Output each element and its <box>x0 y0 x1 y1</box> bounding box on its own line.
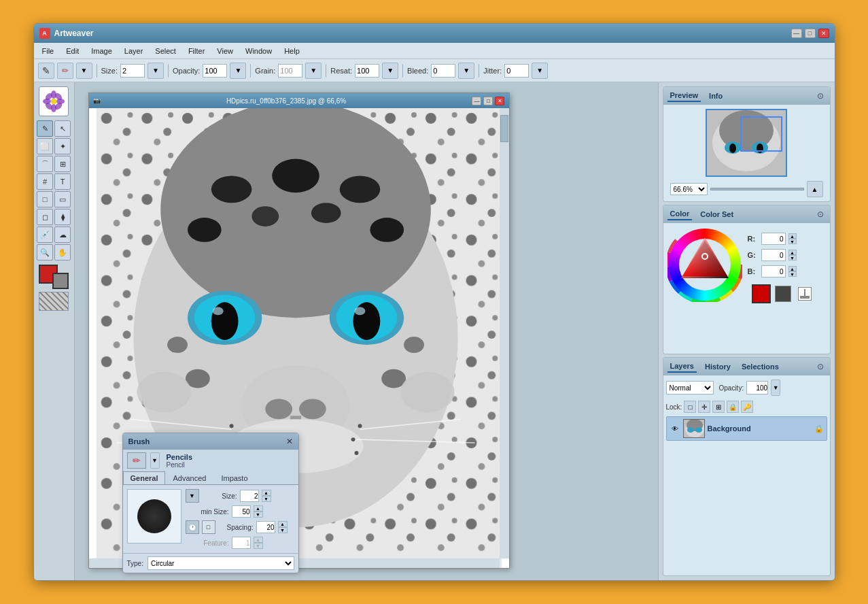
brush-size-input[interactable] <box>240 490 259 502</box>
r-up[interactable]: ▲ <box>788 233 797 239</box>
pencil-tool-btn[interactable]: ✏ <box>57 63 73 79</box>
main-color-swatch[interactable] <box>752 284 771 303</box>
canvas-maximize-btn[interactable]: □ <box>483 97 493 105</box>
menu-view[interactable]: View <box>211 46 239 56</box>
brush-spacing-up[interactable]: ▲ <box>278 521 288 527</box>
maximize-button[interactable]: □ <box>805 29 816 38</box>
smudge-tool[interactable]: ☁ <box>54 227 71 243</box>
shape-tool[interactable]: ▭ <box>54 191 71 207</box>
menu-file[interactable]: File <box>37 46 60 56</box>
texture-swatch[interactable] <box>39 292 69 311</box>
resat-dropdown[interactable]: ▼ <box>382 63 398 79</box>
close-button[interactable]: ✕ <box>818 29 829 38</box>
brush-tool-btn[interactable]: ✎ <box>38 63 54 79</box>
canvas-close-btn[interactable]: ✕ <box>495 97 504 105</box>
preview-panel-menu[interactable]: ⊙ <box>815 90 826 101</box>
history-tab[interactable]: History <box>702 361 733 372</box>
color-picker-btn[interactable] <box>798 287 812 301</box>
rect-select-tool[interactable]: ⬜ <box>37 138 53 154</box>
g-down[interactable]: ▼ <box>788 255 797 261</box>
brush-dropdown-btn[interactable]: ▼ <box>76 63 92 79</box>
layers-panel-menu[interactable]: ⊙ <box>815 361 826 372</box>
grid-tool[interactable]: # <box>37 173 53 190</box>
r-down[interactable]: ▼ <box>788 239 797 244</box>
grain-input[interactable] <box>278 64 302 78</box>
zoom-select[interactable]: 66.6% 100% 50% <box>670 183 708 195</box>
info-tab[interactable]: Info <box>706 90 725 101</box>
brush-tab-advanced[interactable]: Advanced <box>165 471 213 484</box>
hand-tool[interactable]: ✋ <box>54 244 71 261</box>
brush-tool[interactable]: ✎ <box>37 120 53 137</box>
zoom-tool[interactable]: 🔍 <box>37 244 53 261</box>
lock-extra-btn[interactable]: 🔑 <box>741 401 753 413</box>
preview-tab[interactable]: Preview <box>667 90 701 102</box>
g-up[interactable]: ▲ <box>788 250 797 255</box>
magic-wand-tool[interactable]: ✦ <box>54 138 71 154</box>
layer-blend-mode[interactable]: Normal Multiply Screen <box>666 381 714 395</box>
canvas-minimize-btn[interactable]: — <box>472 97 481 105</box>
brush-down-btn[interactable]: ▼ <box>150 452 160 469</box>
bleed-input[interactable] <box>431 64 455 78</box>
size-dropdown[interactable]: ▼ <box>147 63 164 79</box>
preview-settings-btn[interactable]: ▲ <box>807 181 823 197</box>
g-input[interactable] <box>761 249 786 261</box>
layers-tab[interactable]: Layers <box>667 360 697 373</box>
b-down[interactable]: ▼ <box>788 271 797 277</box>
brush-spacing-input[interactable] <box>256 521 275 533</box>
resat-input[interactable] <box>355 64 379 78</box>
color-tab[interactable]: Color <box>667 208 693 220</box>
brush-tab-general[interactable]: General <box>123 471 166 484</box>
zoom-slider[interactable] <box>710 188 804 190</box>
text-tool[interactable]: T <box>54 173 71 190</box>
layer-visibility-toggle[interactable]: 👁 <box>670 423 680 434</box>
canvas-scrollbar-vertical[interactable] <box>500 108 509 558</box>
brush-feature-up[interactable]: ▲ <box>254 537 263 543</box>
menu-layer[interactable]: Layer <box>119 46 149 56</box>
jitter-dropdown[interactable]: ▼ <box>532 63 548 79</box>
brush-icon[interactable]: ✏ <box>127 452 146 469</box>
menu-help[interactable]: Help <box>279 46 305 56</box>
brush-feature-input[interactable] <box>232 537 251 549</box>
lock-move-btn[interactable]: ✛ <box>698 401 710 413</box>
grain-dropdown[interactable]: ▼ <box>305 63 322 79</box>
menu-filter[interactable]: Filter <box>183 46 210 56</box>
fill-tool[interactable]: ⧫ <box>54 209 71 225</box>
color-set-tab[interactable]: Color Set <box>697 209 736 220</box>
brush-size-up[interactable]: ▲ <box>262 490 271 496</box>
rect-tool[interactable]: □ <box>37 191 53 207</box>
brush-feature-down[interactable]: ▼ <box>254 543 263 549</box>
transform-tool[interactable]: ⊞ <box>54 156 71 172</box>
color-panel-menu[interactable]: ⊙ <box>815 209 826 220</box>
lock-paint-btn[interactable]: ⊞ <box>712 401 725 413</box>
size-input[interactable] <box>120 64 145 78</box>
b-input[interactable] <box>761 265 786 278</box>
layer-background-row[interactable]: 👁 Background 🔒 <box>666 416 827 441</box>
layer-opacity-input[interactable] <box>746 381 768 395</box>
brush-size-down[interactable]: ▼ <box>262 496 271 502</box>
lock-all-btn[interactable]: 🔒 <box>727 401 739 413</box>
selections-tab[interactable]: Selections <box>739 361 782 372</box>
menu-image[interactable]: Image <box>86 46 118 56</box>
secondary-swatch[interactable] <box>775 286 791 302</box>
brush-minsize-down[interactable]: ▼ <box>254 511 263 518</box>
lasso-tool[interactable]: ⌒ <box>37 156 53 172</box>
eraser-tool[interactable]: ◻ <box>37 209 53 225</box>
brush-tab-impasto[interactable]: Impasto <box>213 471 255 484</box>
color-wheel[interactable] <box>667 227 742 302</box>
minimize-button[interactable]: — <box>791 29 802 38</box>
layer-opacity-dropdown[interactable]: ▼ <box>771 380 780 396</box>
menu-window[interactable]: Window <box>240 46 277 56</box>
bleed-dropdown[interactable]: ▼ <box>458 63 474 79</box>
background-color[interactable] <box>52 273 69 289</box>
brush-close-btn[interactable]: ✕ <box>286 437 293 446</box>
lock-transparent-btn[interactable]: □ <box>684 401 696 413</box>
select-tool[interactable]: ↖ <box>54 120 71 137</box>
opacity-input[interactable] <box>203 64 227 78</box>
r-input[interactable] <box>761 233 786 245</box>
jitter-input[interactable] <box>504 64 529 78</box>
brush-spacing-down[interactable]: ▼ <box>278 527 288 533</box>
eyedropper-tool[interactable]: 💉 <box>37 227 53 243</box>
brush-minsize-up[interactable]: ▲ <box>254 505 263 511</box>
brush-minsize-input[interactable] <box>232 505 251 518</box>
brush-type-select[interactable]: Circular Flat Pointed <box>147 556 294 570</box>
